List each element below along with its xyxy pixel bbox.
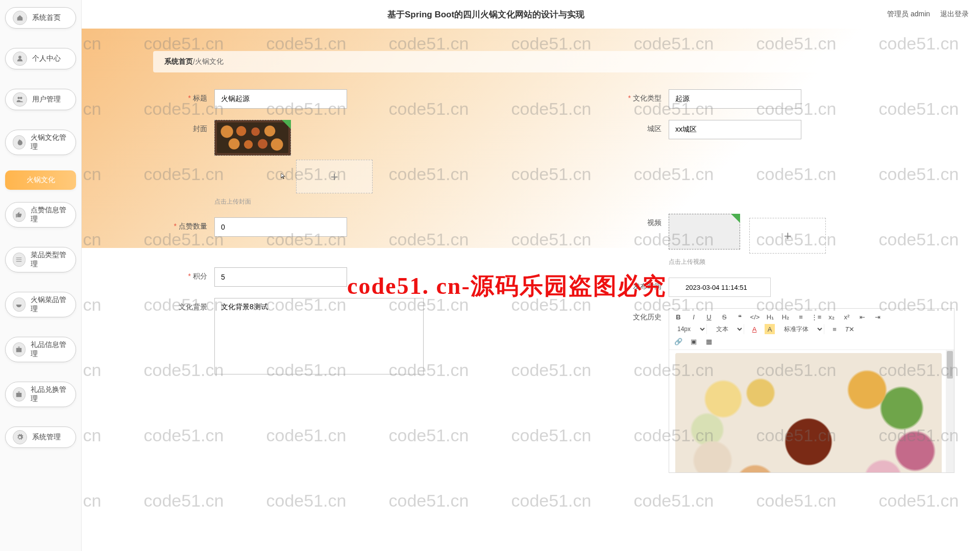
cover-thumbnail[interactable] xyxy=(214,120,291,156)
sidebar-item-5[interactable]: 点赞信息管理 xyxy=(5,202,76,228)
color-icon[interactable]: A xyxy=(749,324,760,334)
ul-icon[interactable]: ⋮≡ xyxy=(811,312,821,322)
breadcrumb-current: 火锅文化 xyxy=(195,57,224,66)
cover-upload[interactable]: + xyxy=(296,160,373,193)
fire-icon xyxy=(13,135,26,149)
italic-icon[interactable]: I xyxy=(689,312,699,322)
like-icon xyxy=(13,208,26,222)
breadcrumb: 系统首页 / 火锅文化 xyxy=(153,51,929,72)
type-input[interactable] xyxy=(669,89,801,109)
outdent-icon[interactable]: ⇤ xyxy=(857,312,867,322)
label-publish: 发布时间 xyxy=(567,278,669,291)
label-history: 文化历史 xyxy=(567,308,669,322)
watermark-row: code51.cncode51.cncode51.cncode51.cncode… xyxy=(0,491,980,511)
sidebar-item-label: 系统管理 xyxy=(32,433,61,442)
sidebar-item-label: 系统首页 xyxy=(32,13,61,22)
sidebar-item-8[interactable]: 礼品信息管理 xyxy=(5,337,76,362)
sidebar-item-6[interactable]: 菜品类型管理 xyxy=(5,247,76,272)
sidebar-item-label: 火锅文化 xyxy=(27,176,55,185)
ol-icon[interactable]: ≡ xyxy=(796,312,806,322)
sidebar-item-label: 个人中心 xyxy=(32,54,61,63)
bold-icon[interactable]: B xyxy=(673,312,683,322)
breadcrumb-root[interactable]: 系统首页 xyxy=(164,57,193,66)
clear-icon[interactable]: T✕ xyxy=(845,324,855,334)
link-icon[interactable]: 🔗 xyxy=(673,336,683,346)
label-points: 积分 xyxy=(112,267,214,281)
label-video: 视频 xyxy=(567,214,669,228)
editor-body[interactable] xyxy=(669,350,954,472)
indent-icon[interactable]: ⇥ xyxy=(872,312,883,322)
gift-icon xyxy=(13,342,26,357)
sub-icon[interactable]: x₂ xyxy=(826,312,837,322)
label-district: 城区 xyxy=(567,120,669,134)
logout-link[interactable]: 退出登录 xyxy=(940,10,969,18)
underline-icon[interactable]: U xyxy=(704,312,714,322)
users-icon xyxy=(13,92,27,107)
gift-icon xyxy=(13,387,26,402)
sidebar-item-9[interactable]: 礼品兑换管理 xyxy=(5,382,76,407)
sidebar-item-0[interactable]: 系统首页 xyxy=(5,7,76,29)
publish-input[interactable] xyxy=(669,278,771,297)
sidebar-item-label: 菜品类型管理 xyxy=(31,251,68,269)
label-cover: 封面 xyxy=(112,120,214,134)
sidebar-item-10[interactable]: 系统管理 xyxy=(5,427,76,448)
bg-textarea[interactable]: 文化背景8测试 xyxy=(214,298,424,374)
user-icon xyxy=(13,52,27,66)
sidebar-item-label: 火锅文化管理 xyxy=(31,133,68,152)
sidebar-item-label: 礼品兑换管理 xyxy=(31,385,68,404)
sidebar: 系统首页个人中心用户管理火锅文化管理火锅文化点赞信息管理菜品类型管理火锅菜品管理… xyxy=(0,0,82,551)
strike-icon[interactable]: S xyxy=(719,312,729,322)
gear-icon xyxy=(13,430,27,444)
sidebar-item-label: 火锅菜品管理 xyxy=(31,295,68,314)
sidebar-item-7[interactable]: 火锅菜品管理 xyxy=(5,292,76,317)
sidebar-item-3[interactable]: 火锅文化管理 xyxy=(5,130,76,155)
points-input[interactable] xyxy=(214,267,347,287)
sidebar-item-4[interactable]: 火锅文化 xyxy=(5,170,76,190)
video2-icon[interactable]: ▦ xyxy=(704,336,714,346)
sidebar-item-label: 用户管理 xyxy=(32,95,61,104)
video-hint: 点击上传视频 xyxy=(669,258,826,266)
title-input[interactable] xyxy=(214,89,347,109)
editor-toolbar: B I U S ❝ </> H₁ H₂ ≡ ⋮≡ x₂ xyxy=(669,309,954,350)
sidebar-item-label: 礼品信息管理 xyxy=(31,340,68,359)
editor-image xyxy=(675,353,942,472)
quote-icon[interactable]: ❝ xyxy=(734,312,745,322)
form: 标题 封面 + 点击上传封面 点赞数量 积分 文化背景 xyxy=(112,89,960,484)
editor-scrollbar[interactable] xyxy=(946,350,954,472)
label-title: 标题 xyxy=(112,89,214,103)
topbar: 基于Spring Boot的四川火锅文化网站的设计与实现 管理员 admin 退… xyxy=(82,0,980,29)
video-upload[interactable]: + xyxy=(749,218,826,254)
bowl-icon xyxy=(13,297,26,312)
code-icon[interactable]: </> xyxy=(750,312,760,322)
sup-icon[interactable]: x² xyxy=(842,312,852,322)
current-user[interactable]: 管理员 admin xyxy=(887,10,930,18)
likes-input[interactable] xyxy=(214,217,347,237)
sidebar-item-2[interactable]: 用户管理 xyxy=(5,89,76,110)
bgcolor-icon[interactable]: A xyxy=(765,324,775,334)
list-icon xyxy=(13,253,26,267)
h1-icon[interactable]: H₁ xyxy=(765,312,775,322)
align-icon[interactable]: ≡ xyxy=(829,324,840,334)
cover-hint: 点击上传封面 xyxy=(214,197,373,206)
sidebar-item-label: 点赞信息管理 xyxy=(31,206,68,224)
history-editor: B I U S ❝ </> H₁ H₂ ≡ ⋮≡ x₂ xyxy=(669,308,954,473)
home-icon xyxy=(13,11,27,25)
page-title: 基于Spring Boot的四川火锅文化网站的设计与实现 xyxy=(93,9,879,20)
district-input[interactable] xyxy=(669,120,801,139)
h2-icon[interactable]: H₂ xyxy=(780,312,791,322)
label-likes: 点赞数量 xyxy=(112,217,214,231)
image-icon[interactable]: ▣ xyxy=(689,336,699,346)
block-select[interactable]: 文本 xyxy=(712,324,744,334)
label-type: 文化类型 xyxy=(567,89,669,103)
fontsize-select[interactable]: 14px xyxy=(673,324,707,334)
video-thumbnail[interactable] xyxy=(669,214,740,249)
label-bg: 文化背景 xyxy=(112,298,214,312)
sidebar-item-1[interactable]: 个人中心 xyxy=(5,48,76,69)
font-select[interactable]: 标准字体 xyxy=(780,324,824,334)
